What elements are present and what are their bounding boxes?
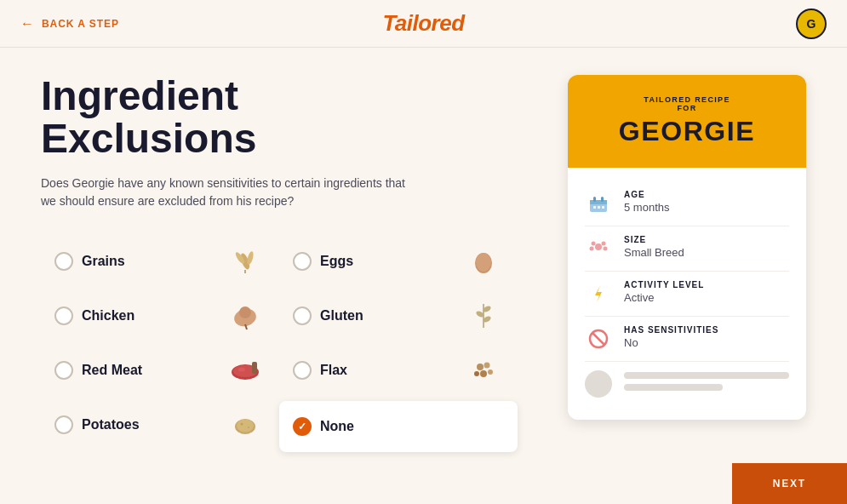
left-panel: Ingredient Exclusions Does Georgie have … — [41, 75, 541, 504]
sensitivities-value: No — [624, 336, 718, 349]
activity-label: ACTIVITY LEVEL — [624, 280, 704, 289]
stat-activity: ACTIVITY LEVEL Active — [585, 272, 789, 317]
size-content: SIZE Small Breed — [624, 235, 684, 259]
size-icon — [585, 235, 612, 262]
activity-content: ACTIVITY LEVEL Active — [624, 280, 704, 304]
svg-rect-27 — [590, 200, 607, 204]
grains-icon — [225, 246, 266, 277]
svg-rect-28 — [593, 197, 596, 202]
stat-size: SIZE Small Breed — [585, 226, 789, 272]
stat-sensitivities: HAS SENSITIVITIES No — [585, 317, 789, 362]
sensitivities-label: HAS SENSITIVITIES — [624, 325, 718, 335]
svg-point-25 — [248, 427, 249, 428]
option-gluten[interactable]: Gluten — [279, 289, 518, 343]
placeholder-circle — [585, 370, 612, 398]
chicken-icon — [225, 301, 266, 331]
svg-point-19 — [480, 370, 487, 377]
activity-value: Active — [624, 291, 704, 304]
svg-point-24 — [241, 422, 243, 425]
sensitivities-content: HAS SENSITIVITIES No — [624, 325, 718, 349]
svg-point-36 — [590, 247, 594, 251]
svg-point-18 — [484, 362, 490, 368]
page-subtitle: Does Georgie have any known sensitivitie… — [41, 175, 415, 210]
option-redmeat[interactable]: Red Meat — [41, 343, 279, 398]
option-grains-label: Grains — [82, 254, 216, 269]
radio-chicken — [54, 306, 73, 325]
app-title: Tailored — [382, 10, 464, 37]
back-button[interactable]: ← BACK A STEP — [20, 16, 119, 32]
recipe-card: TAILORED RECIPE FOR GEORGIE — [568, 75, 806, 420]
back-arrow-icon: ← — [20, 16, 35, 32]
option-redmeat-label: Red Meat — [82, 363, 216, 378]
back-label: BACK A STEP — [42, 18, 119, 30]
option-chicken[interactable]: Chicken — [41, 289, 279, 343]
flax-icon — [463, 355, 504, 386]
radio-none-checked — [293, 417, 312, 436]
card-body: AGE 5 months — [568, 168, 806, 420]
option-flax[interactable]: Flax — [279, 343, 518, 398]
svg-point-37 — [604, 247, 608, 251]
svg-point-17 — [477, 364, 484, 370]
option-eggs[interactable]: Eggs — [279, 234, 518, 289]
radio-redmeat — [54, 361, 73, 380]
option-none-label: None — [320, 419, 504, 434]
potatoes-icon — [225, 410, 266, 440]
gluten-icon — [463, 301, 504, 331]
eggs-icon — [463, 246, 504, 277]
option-gluten-label: Gluten — [320, 308, 455, 324]
svg-point-33 — [595, 243, 602, 250]
page-title: Ingredient Exclusions — [41, 75, 541, 161]
svg-point-21 — [474, 371, 479, 376]
svg-marker-38 — [595, 285, 602, 302]
main-content: Ingredient Exclusions Does Georgie have … — [0, 48, 847, 504]
placeholder-lines — [624, 372, 789, 396]
option-grains[interactable]: Grains — [41, 234, 279, 289]
age-value: 5 months — [624, 201, 669, 214]
svg-point-15 — [238, 367, 245, 371]
redmeat-icon — [225, 355, 266, 386]
age-label: AGE — [624, 190, 669, 199]
svg-rect-30 — [593, 206, 596, 209]
option-none[interactable]: None — [279, 401, 518, 452]
svg-rect-31 — [598, 206, 600, 209]
age-content: AGE 5 months — [624, 190, 669, 214]
option-potatoes[interactable]: Potatoes — [41, 398, 279, 452]
svg-rect-29 — [601, 197, 604, 202]
user-avatar[interactable]: G — [796, 9, 827, 39]
radio-gluten — [293, 306, 312, 325]
card-header: TAILORED RECIPE FOR GEORGIE — [568, 75, 806, 168]
svg-point-5 — [476, 253, 491, 272]
svg-point-20 — [488, 369, 493, 375]
sensitivity-icon — [585, 325, 612, 352]
option-eggs-label: Eggs — [320, 254, 455, 269]
option-flax-label: Flax — [320, 363, 455, 378]
age-icon — [585, 190, 612, 217]
options-grid: Grains Eggs — [41, 234, 518, 452]
svg-point-7 — [239, 306, 251, 318]
svg-point-34 — [592, 242, 596, 246]
placeholder-line-short — [624, 384, 723, 391]
stat-age: AGE 5 months — [585, 181, 789, 226]
svg-rect-16 — [252, 362, 257, 374]
svg-line-40 — [592, 333, 604, 345]
placeholder-line-long — [624, 372, 789, 379]
option-chicken-label: Chicken — [82, 308, 216, 324]
svg-rect-32 — [602, 206, 604, 209]
next-button[interactable]: NEXT — [732, 463, 847, 504]
card-pet-name: GEORGIE — [585, 116, 789, 147]
svg-point-35 — [602, 242, 606, 246]
radio-grains — [54, 252, 73, 271]
radio-flax — [293, 361, 312, 380]
radio-eggs — [293, 252, 312, 271]
svg-point-23 — [237, 419, 254, 432]
radio-potatoes — [54, 415, 73, 434]
option-potatoes-label: Potatoes — [82, 417, 216, 432]
app-header: ← BACK A STEP Tailored G — [0, 0, 847, 48]
activity-icon — [585, 280, 612, 307]
right-panel: TAILORED RECIPE FOR GEORGIE — [568, 75, 806, 504]
stat-placeholder — [585, 362, 789, 406]
card-header-label: TAILORED RECIPE FOR — [585, 95, 789, 112]
size-label: SIZE — [624, 235, 684, 244]
size-value: Small Breed — [624, 246, 684, 259]
